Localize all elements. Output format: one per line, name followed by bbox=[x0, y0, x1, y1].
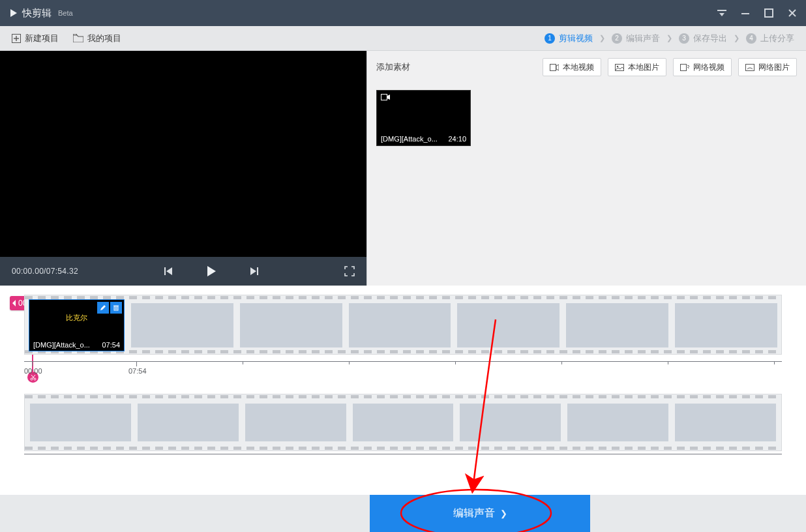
next-button[interactable] bbox=[250, 267, 259, 276]
empty-slot[interactable] bbox=[240, 303, 342, 347]
svg-marker-12 bbox=[207, 266, 216, 276]
svg-marker-22 bbox=[387, 95, 390, 100]
ruler-label-1: 07:54 bbox=[128, 367, 147, 375]
clip-overlay-label: 比克尔 bbox=[29, 313, 124, 323]
empty-slot[interactable] bbox=[349, 303, 451, 347]
material-name: [DMG][Attack_o... bbox=[381, 135, 438, 143]
net-image-label: 网络图片 bbox=[758, 62, 790, 73]
time-ruler[interactable]: 00:00 07:54 bbox=[24, 361, 782, 379]
step-edit-video[interactable]: 1 剪辑视频 bbox=[545, 33, 593, 44]
materials-panel: 添加素材 本地视频 本地图片 网络视频 网络图片 bbox=[366, 51, 806, 286]
bottom-bar: 编辑声音 ❯ bbox=[0, 495, 806, 532]
chevron-right-icon: ❯ bbox=[500, 509, 507, 518]
svg-rect-4 bbox=[765, 9, 773, 17]
empty-slot[interactable] bbox=[675, 303, 777, 347]
net-image-icon bbox=[745, 64, 754, 71]
play-button[interactable] bbox=[205, 265, 217, 277]
material-duration: 24:10 bbox=[448, 135, 466, 143]
chevron-right-icon: ❯ bbox=[599, 34, 605, 42]
step-4-label: 上传分享 bbox=[760, 33, 794, 44]
camera-icon bbox=[381, 93, 390, 102]
edit-clip-button[interactable] bbox=[97, 302, 109, 314]
empty-slot[interactable] bbox=[457, 303, 560, 347]
chevron-right-icon: ❯ bbox=[734, 34, 739, 42]
empty-slot[interactable] bbox=[131, 303, 233, 347]
svg-rect-21 bbox=[381, 95, 387, 100]
net-video-icon bbox=[680, 64, 689, 71]
svg-marker-11 bbox=[166, 267, 172, 275]
play-icon bbox=[9, 8, 18, 18]
svg-rect-1 bbox=[717, 10, 726, 11]
new-project-button[interactable]: 新建项目 bbox=[12, 33, 59, 44]
local-video-button[interactable]: 本地视频 bbox=[543, 58, 601, 76]
step-edit-audio[interactable]: 2 编辑声音 bbox=[612, 33, 660, 44]
svg-marker-2 bbox=[719, 13, 724, 16]
toolbar: 新建项目 我的项目 1 剪辑视频 ❯ 2 编辑声音 ❯ 3 保存导出 ❯ 4 上… bbox=[0, 26, 806, 51]
edit-audio-label: 编辑声音 bbox=[453, 507, 495, 520]
clip-name: [DMG][Attack_o... bbox=[33, 341, 90, 349]
svg-rect-15 bbox=[550, 64, 556, 70]
step-2-label: 编辑声音 bbox=[626, 33, 660, 44]
audio-track[interactable] bbox=[24, 394, 782, 451]
close-button[interactable] bbox=[788, 8, 797, 18]
preview-area[interactable] bbox=[0, 51, 366, 257]
empty-slot[interactable] bbox=[353, 404, 454, 441]
chevron-right-icon: ❯ bbox=[666, 34, 672, 42]
prev-button[interactable] bbox=[164, 267, 173, 276]
local-image-label: 本地图片 bbox=[628, 62, 659, 73]
step-upload[interactable]: 4 上传分享 bbox=[746, 33, 794, 44]
net-video-button[interactable]: 网络视频 bbox=[673, 58, 732, 76]
empty-slot[interactable] bbox=[460, 404, 561, 441]
playhead-left-icon bbox=[12, 300, 16, 306]
local-image-button[interactable]: 本地图片 bbox=[608, 58, 666, 76]
clip-duration: 07:54 bbox=[102, 341, 120, 349]
edit-audio-button[interactable]: 编辑声音 ❯ bbox=[370, 495, 590, 532]
net-video-label: 网络视频 bbox=[693, 62, 724, 73]
svg-marker-13 bbox=[250, 267, 256, 275]
time-ruler-2[interactable] bbox=[24, 454, 782, 459]
empty-slot[interactable] bbox=[138, 404, 239, 441]
menu-dropdown-icon[interactable] bbox=[717, 10, 726, 16]
maximize-button[interactable] bbox=[764, 8, 773, 18]
local-video-label: 本地视频 bbox=[563, 62, 594, 73]
empty-slot[interactable] bbox=[567, 404, 668, 441]
svg-rect-10 bbox=[164, 267, 166, 275]
delete-clip-button[interactable] bbox=[110, 302, 122, 314]
player-controls: 00:00.00/07:54.32 bbox=[0, 257, 366, 286]
playback-time: 00:00.00/07:54.32 bbox=[12, 267, 78, 276]
titlebar: 快剪辑 Beta bbox=[0, 0, 806, 26]
empty-slot[interactable] bbox=[566, 303, 668, 347]
image-icon bbox=[615, 64, 624, 71]
step-4-badge: 4 bbox=[746, 33, 756, 44]
beta-label: Beta bbox=[58, 9, 73, 17]
workflow-steps: 1 剪辑视频 ❯ 2 编辑声音 ❯ 3 保存导出 ❯ 4 上传分享 bbox=[545, 33, 794, 44]
svg-rect-14 bbox=[257, 267, 258, 275]
net-image-button[interactable]: 网络图片 bbox=[738, 58, 797, 76]
app-name: 快剪辑 bbox=[22, 7, 52, 20]
empty-slot[interactable] bbox=[245, 404, 346, 441]
video-icon bbox=[550, 64, 559, 71]
my-projects-button[interactable]: 我的项目 bbox=[73, 33, 121, 44]
plus-box-icon bbox=[12, 34, 21, 43]
minimize-button[interactable] bbox=[741, 8, 750, 18]
svg-point-18 bbox=[617, 65, 619, 67]
video-track[interactable]: 比克尔 [DMG][Attack_o... 07:54 bbox=[24, 295, 782, 355]
step-2-badge: 2 bbox=[612, 33, 622, 44]
empty-slot[interactable] bbox=[675, 404, 776, 441]
svg-rect-3 bbox=[741, 13, 749, 14]
svg-rect-27 bbox=[114, 306, 118, 310]
svg-marker-16 bbox=[556, 65, 559, 70]
new-project-label: 新建项目 bbox=[25, 33, 59, 44]
step-1-badge: 1 bbox=[545, 33, 555, 44]
svg-marker-0 bbox=[10, 9, 17, 17]
app-logo: 快剪辑 Beta bbox=[9, 7, 73, 20]
step-export[interactable]: 3 保存导出 bbox=[679, 33, 727, 44]
timeline-clip[interactable]: 比克尔 [DMG][Attack_o... 07:54 bbox=[29, 299, 125, 351]
fullscreen-button[interactable] bbox=[344, 266, 355, 276]
step-1-label: 剪辑视频 bbox=[559, 33, 593, 44]
step-3-badge: 3 bbox=[679, 33, 689, 44]
folder-icon bbox=[73, 34, 83, 42]
empty-slot[interactable] bbox=[30, 404, 131, 441]
step-3-label: 保存导出 bbox=[693, 33, 727, 44]
material-item[interactable]: [DMG][Attack_o... 24:10 bbox=[376, 90, 471, 146]
